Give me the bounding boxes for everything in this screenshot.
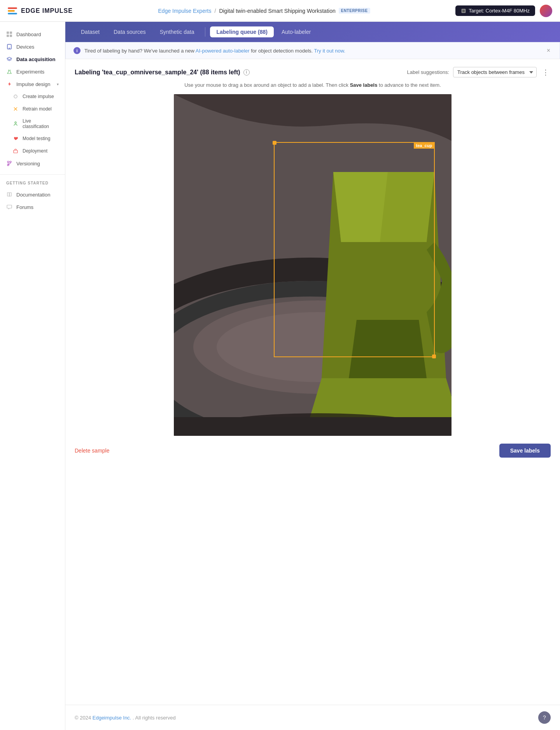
tab-dataset[interactable]: Dataset — [75, 26, 106, 37]
image-canvas-container: tea_cup — [174, 94, 452, 436]
svg-point-14 — [7, 161, 9, 163]
chip-icon — [461, 8, 466, 14]
svg-rect-3 — [10, 32, 12, 34]
sidebar-item-data-acquisition[interactable]: Data acquisition — [0, 53, 65, 65]
svg-rect-2 — [7, 32, 9, 34]
sidebar-label-dashboard: Dashboard — [16, 32, 41, 37]
sidebar-label-documentation: Documentation — [16, 192, 50, 198]
heart-icon — [12, 135, 19, 142]
book-icon — [6, 191, 12, 198]
sidebar-item-retrain-model[interactable]: Retrain model — [0, 103, 65, 115]
grid-icon — [6, 31, 12, 37]
svg-rect-5 — [10, 35, 12, 37]
enterprise-badge: ENTERPRISE — [339, 8, 370, 14]
scene-svg — [174, 94, 452, 436]
sidebar-divider — [0, 174, 65, 175]
sidebar-label-impulse-design: Impulse design — [16, 81, 50, 87]
footer-copyright: © 2024 Edgeimpulse Inc. . All rights res… — [75, 715, 176, 721]
tab-labeling-queue[interactable]: Labeling queue (88) — [210, 26, 273, 37]
breadcrumb-separator: / — [214, 8, 216, 14]
svg-marker-25 — [349, 320, 427, 378]
target-button[interactable]: Target: Cortex-M4F 80MHz — [455, 5, 535, 16]
sub-nav: Dataset Data sources Synthetic data Labe… — [65, 22, 560, 42]
logo-bar-orange — [8, 10, 15, 12]
logo-icon — [8, 7, 17, 14]
labeling-section: Labeling 'tea_cup_omniverse_sample_24' (… — [65, 59, 560, 465]
sidebar-item-documentation[interactable]: Documentation — [0, 188, 65, 201]
sidebar-item-model-testing[interactable]: Model testing — [0, 132, 65, 145]
message-icon — [6, 204, 12, 210]
sidebar-main-section: Dashboard Devices Data acquisition Exper… — [0, 28, 65, 170]
app-layout: Dashboard Devices Data acquisition Exper… — [0, 22, 560, 705]
svg-rect-28 — [174, 417, 452, 436]
sidebar-item-experiments[interactable]: Experiments — [0, 65, 65, 78]
alert-tryout-link[interactable]: Try it out now. — [314, 48, 345, 54]
beaker-icon — [6, 68, 12, 75]
label-suggestions-area: Label suggestions: Track objects between… — [407, 67, 551, 77]
sidebar-item-deployment[interactable]: Deployment — [0, 145, 65, 157]
circle-icon — [12, 93, 19, 100]
cross-icon — [12, 106, 19, 112]
sidebar-item-live-classification[interactable]: Live classification — [0, 115, 65, 132]
svg-rect-1 — [462, 10, 465, 12]
delete-sample-button[interactable]: Delete sample — [75, 447, 110, 454]
help-button[interactable]: ? — [538, 711, 551, 724]
footer-company-link[interactable]: Edgeimpulse Inc. — [93, 715, 131, 721]
avatar[interactable] — [540, 5, 552, 17]
sidebar-item-create-impulse[interactable]: Create impulse — [0, 90, 65, 103]
zap-icon — [6, 81, 12, 87]
tab-synthetic-data[interactable]: Synthetic data — [154, 26, 201, 37]
breadcrumb-page: Digital twin-enabled Smart Shipping Work… — [219, 8, 335, 14]
breadcrumb: Edge Impulse Experts / Digital twin-enab… — [158, 8, 370, 14]
top-header: EDGE IMPULSE Edge Impulse Experts / Digi… — [0, 0, 560, 22]
svg-point-15 — [10, 161, 11, 163]
svg-rect-13 — [14, 150, 18, 153]
labeling-title: Labeling 'tea_cup_omniverse_sample_24' (… — [75, 69, 250, 76]
alert-text: Tired of labeling by hand? We've launche… — [84, 48, 345, 54]
svg-rect-7 — [9, 48, 10, 49]
breadcrumb-project[interactable]: Edge Impulse Experts — [158, 8, 212, 14]
footer: © 2024 Edgeimpulse Inc. . All rights res… — [65, 705, 560, 730]
sidebar-label-versioning: Versioning — [16, 161, 40, 167]
tab-data-sources[interactable]: Data sources — [107, 26, 152, 37]
sidebar-label-data-acquisition: Data acquisition — [16, 56, 55, 62]
instruction-text: Use your mouse to drag a box around an o… — [75, 82, 551, 88]
sidebar-item-forums[interactable]: Forums — [0, 201, 65, 213]
alert-close-button[interactable]: × — [545, 47, 552, 54]
image-canvas[interactable]: tea_cup — [174, 94, 452, 436]
sidebar-item-devices[interactable]: Devices — [0, 40, 65, 53]
label-suggestions-select[interactable]: Track objects between frames Don't use l… — [453, 67, 537, 77]
sidebar-label-devices: Devices — [16, 44, 34, 50]
content-area: i Tired of labeling by hand? We've launc… — [65, 42, 560, 705]
svg-rect-4 — [7, 35, 9, 37]
sidebar-label-model-testing: Model testing — [23, 136, 50, 141]
save-labels-bold: Save labels — [350, 82, 378, 88]
alert-banner: i Tired of labeling by hand? We've launc… — [65, 42, 560, 59]
sidebar-label-experiments: Experiments — [16, 69, 44, 75]
more-options-button[interactable]: ⋮ — [541, 68, 551, 77]
save-labels-button[interactable]: Save labels — [499, 444, 551, 458]
sidebar-item-dashboard[interactable]: Dashboard — [0, 28, 65, 40]
logo-text: EDGE IMPULSE — [21, 7, 73, 14]
labeling-header: Labeling 'tea_cup_omniverse_sample_24' (… — [75, 67, 551, 77]
target-label: Target: Cortex-M4F 80MHz — [469, 8, 530, 14]
getting-started-label: GETTING STARTED — [0, 179, 65, 188]
sidebar-label-create-impulse: Create impulse — [23, 94, 54, 99]
sidebar-label-deployment: Deployment — [23, 148, 47, 154]
svg-point-12 — [15, 122, 16, 123]
labeling-info-icon[interactable]: i — [243, 69, 250, 75]
sidebar: Dashboard Devices Data acquisition Exper… — [0, 22, 65, 730]
info-icon: i — [74, 47, 80, 54]
tab-auto-labeler[interactable]: Auto-labeler — [275, 26, 317, 37]
person-icon — [12, 121, 19, 127]
sidebar-label-live-classification: Live classification — [23, 118, 59, 129]
sidebar-item-impulse-design[interactable]: Impulse design ▾ — [0, 78, 65, 90]
device-icon — [6, 44, 12, 50]
sidebar-item-versioning[interactable]: Versioning — [0, 157, 65, 170]
sub-nav-divider — [205, 27, 205, 37]
main-content: Dataset Data sources Synthetic data Labe… — [65, 22, 560, 705]
alert-autolabeler-link[interactable]: AI-powered auto-labeler — [196, 48, 250, 54]
git-icon — [6, 160, 12, 167]
svg-marker-23 — [310, 378, 452, 417]
header-right: Target: Cortex-M4F 80MHz — [455, 5, 552, 17]
